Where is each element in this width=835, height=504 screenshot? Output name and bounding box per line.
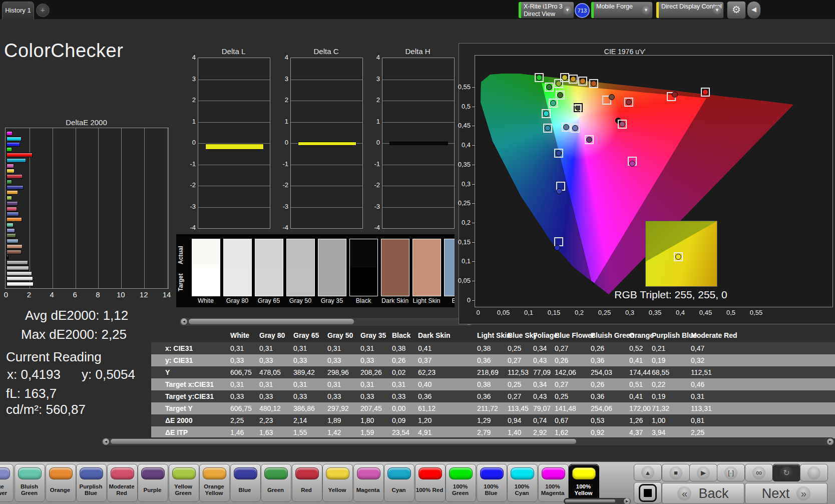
patch-button-100-green[interactable]: 100% Green [446,464,476,502]
table-row: ΔE ITP1,461,631,551,421,5923,544,912,791… [151,426,835,438]
table-cell: 0,67 [555,416,568,424]
patch-button-purplish-blue[interactable]: Purplish Blue [76,464,107,502]
inset-measured-marker [675,254,681,260]
de-bar-foliage [7,233,16,238]
table-cell: 142,06 [555,368,576,376]
record-icon [807,466,820,479]
patch-scrollbar-thumb[interactable] [565,499,615,502]
stop-button[interactable]: ■ [662,464,690,481]
gear-icon[interactable]: ⚙ [727,1,746,19]
table-cell: 0,41 [629,392,643,400]
patch-color-swatch [203,467,226,479]
loop-button[interactable]: ↻ [772,464,800,481]
play-button[interactable]: ▶ [689,464,717,481]
chevron-down-icon[interactable]: ▼ [713,6,721,15]
patch-button-100-yellow[interactable]: 100% Yellow [569,464,599,502]
cie-measured-marker [609,94,615,100]
swatch-actual [381,239,409,268]
patch-button-100-magenta[interactable]: 100% Magenta [538,464,569,502]
table-cell: 386,86 [293,404,315,412]
patch-button-label: Purple [139,480,166,500]
collapse-panel-icon[interactable]: ◀ [747,1,761,19]
swatch-gray-65 [255,239,283,296]
cie-y-tick: 0,3 [441,180,471,188]
patch-button-blue-flower[interactable]: Blue Flower [0,464,14,502]
table-cell: 1,26 [629,416,643,424]
stop-pattern-button[interactable] [634,482,662,503]
table-scrollbar[interactable]: ◄ ► [101,437,835,446]
axis-tick-label: -3 [275,203,288,210]
cie-x-tick: 0,2 [569,309,589,316]
swatch-scrollbar[interactable]: ◄ ► [179,317,474,326]
meter-dropdown-mobile-forge[interactable]: Mobile Forge ▼ [591,2,653,19]
swatch-gray-80 [223,239,252,296]
table-cell: 0,27 [508,392,521,400]
swatch-scrollbar-thumb[interactable] [189,319,354,324]
axis-tick-label: 0 [367,139,380,146]
patch-button-100-cyan[interactable]: 100% Cyan [507,464,538,502]
infinity-button[interactable]: ∞ [745,464,773,481]
cie-measured-marker [619,121,625,127]
de-bar-100-magenta [7,131,13,136]
patch-button-yellow[interactable]: Yellow [322,464,353,502]
add-tab-button[interactable]: + [36,4,50,17]
table-cell: 0,31 [293,380,307,388]
patch-button-green[interactable]: Green [261,464,291,502]
next-button[interactable]: Next » [745,483,827,504]
scroll-left-icon[interactable]: ◄ [103,438,109,445]
table-cell: 1,62 [555,428,568,436]
table-scrollbar-thumb[interactable] [111,439,576,444]
cie-x-tick: 0,45 [696,309,716,316]
patch-button-100-red[interactable]: 100% Red [415,464,446,502]
gridline [291,122,362,123]
table-cell: 0,21 [652,344,665,352]
patch-button-blue[interactable]: Blue [230,464,261,502]
axis-tick-label: 3 [367,75,380,83]
chevron-down-icon[interactable]: ▼ [563,6,572,15]
row-label: Target x:CIE31 [165,380,214,388]
patch-button-yellow-green[interactable]: Yellow Green [169,464,199,502]
patch-button-orange-yellow[interactable]: Orange Yellow [199,464,230,502]
tab-history-1[interactable]: History 1 [2,2,34,20]
patch-button-moderate-red[interactable]: Moderate Red [107,464,138,502]
axis-tick-label: 1 [275,118,288,125]
patch-button-100-blue[interactable]: 100% Blue [477,464,507,502]
table-cell: 0,51 [629,380,643,388]
patch-button-cyan[interactable]: Cyan [384,464,414,502]
column-header: Moderate Red [691,331,737,339]
de-bar-black [7,255,9,259]
chevron-down-icon[interactable]: ▼ [642,6,650,15]
patch-button-magenta[interactable]: Magenta [353,464,384,502]
axis-tick-label: 10 [115,290,127,299]
de-bar-orange [7,217,22,222]
patch-button-purple[interactable]: Purple [138,464,168,502]
scroll-left-icon[interactable]: ◄ [181,318,187,325]
pattern-size-button[interactable]: [·] [717,464,745,481]
cie-y-tick: 0,45 [441,122,471,129]
de-bar-yellow [7,169,15,173]
axis-tick-label: 14 [161,290,173,299]
patch-list-up-button[interactable]: ▲ [634,464,662,481]
de-bar-bluish-green [7,223,14,227]
swatch-label: White [190,297,222,304]
gridline [144,128,145,288]
scroll-right-icon[interactable]: ► [827,438,833,445]
swatch-dark-skin [381,239,409,296]
table-cell: 1,40 [508,428,521,436]
scroll-right-icon[interactable]: ► [624,498,630,504]
record-button[interactable] [800,464,828,481]
table-cell: 2,23 [259,416,273,424]
patch-list-scrollbar[interactable]: ► [564,498,631,504]
patch-button-label: 100% Green [447,480,474,500]
meter-dropdown-i1pro[interactable]: X-Rite i1Pro 3 Direct View ▼ [518,2,574,19]
back-button[interactable]: « Back [662,483,744,504]
swatch-actual [255,239,283,268]
patch-button-bluish-green[interactable]: Bluish Green [15,464,45,502]
meter-dropdown-display-control[interactable]: Direct Display Control ▼ [656,2,724,19]
table-cell: 0,43 [533,392,547,400]
row-label: Target y:CIE31 [165,392,214,400]
patch-button-orange[interactable]: Orange [46,464,76,502]
patch-button-red[interactable]: Red [292,464,322,502]
table-cell: 0,27 [508,356,521,364]
table-cell: 77,09 [533,368,551,376]
